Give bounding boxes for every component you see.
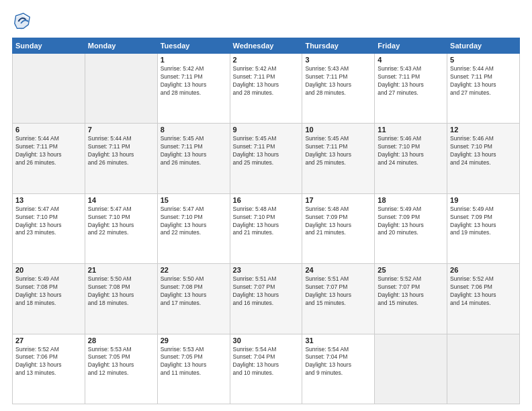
day-info: Sunrise: 5:44 AM Sunset: 7:11 PM Dayligh… [15, 135, 82, 167]
day-number: 1 [161, 56, 227, 64]
day-cell: 1Sunrise: 5:42 AM Sunset: 7:11 PM Daylig… [157, 54, 230, 124]
day-number: 25 [378, 266, 444, 274]
day-info: Sunrise: 5:47 AM Sunset: 7:10 PM Dayligh… [15, 205, 82, 238]
day-number: 6 [15, 126, 82, 134]
week-row-5: 27Sunrise: 5:52 AM Sunset: 7:06 PM Dayli… [13, 334, 520, 404]
day-cell: 13Sunrise: 5:47 AM Sunset: 7:10 PM Dayli… [13, 193, 85, 263]
day-cell: 3Sunrise: 5:43 AM Sunset: 7:11 PM Daylig… [302, 54, 375, 124]
day-number: 14 [88, 196, 154, 204]
day-number: 16 [233, 196, 300, 204]
day-cell: 2Sunrise: 5:42 AM Sunset: 7:11 PM Daylig… [230, 54, 302, 124]
day-number: 2 [233, 56, 300, 64]
calendar-body: 1Sunrise: 5:42 AM Sunset: 7:11 PM Daylig… [13, 54, 520, 404]
day-info: Sunrise: 5:47 AM Sunset: 7:10 PM Dayligh… [161, 205, 227, 238]
day-cell: 14Sunrise: 5:47 AM Sunset: 7:10 PM Dayli… [85, 193, 157, 263]
day-cell: 18Sunrise: 5:49 AM Sunset: 7:09 PM Dayli… [375, 193, 447, 263]
day-number: 4 [378, 56, 444, 64]
day-cell: 23Sunrise: 5:51 AM Sunset: 7:07 PM Dayli… [230, 264, 302, 334]
day-info: Sunrise: 5:44 AM Sunset: 7:11 PM Dayligh… [88, 135, 154, 167]
weekday-header-wednesday: Wednesday [230, 38, 302, 54]
day-info: Sunrise: 5:49 AM Sunset: 7:08 PM Dayligh… [15, 275, 82, 308]
logo-icon [12, 12, 31, 31]
day-number: 11 [378, 126, 444, 134]
day-cell: 21Sunrise: 5:50 AM Sunset: 7:08 PM Dayli… [85, 264, 157, 334]
day-cell: 9Sunrise: 5:45 AM Sunset: 7:11 PM Daylig… [230, 124, 302, 193]
day-number: 26 [450, 266, 517, 274]
day-cell: 25Sunrise: 5:52 AM Sunset: 7:07 PM Dayli… [375, 264, 447, 334]
day-cell: 10Sunrise: 5:45 AM Sunset: 7:11 PM Dayli… [302, 124, 375, 193]
header [12, 12, 520, 31]
day-info: Sunrise: 5:42 AM Sunset: 7:11 PM Dayligh… [161, 65, 227, 97]
day-cell: 19Sunrise: 5:49 AM Sunset: 7:09 PM Dayli… [447, 193, 520, 263]
day-number: 24 [305, 266, 371, 274]
day-info: Sunrise: 5:48 AM Sunset: 7:10 PM Dayligh… [233, 205, 300, 238]
day-cell: 16Sunrise: 5:48 AM Sunset: 7:10 PM Dayli… [230, 193, 302, 263]
day-cell [85, 54, 157, 124]
week-row-3: 13Sunrise: 5:47 AM Sunset: 7:10 PM Dayli… [13, 193, 520, 263]
weekday-row: SundayMondayTuesdayWednesdayThursdayFrid… [13, 38, 520, 54]
day-info: Sunrise: 5:54 AM Sunset: 7:04 PM Dayligh… [305, 346, 371, 378]
day-info: Sunrise: 5:43 AM Sunset: 7:11 PM Dayligh… [378, 65, 444, 97]
day-number: 20 [15, 266, 82, 274]
day-number: 7 [88, 126, 154, 134]
calendar-table: SundayMondayTuesdayWednesdayThursdayFrid… [12, 38, 520, 404]
weekday-header-monday: Monday [85, 38, 157, 54]
day-info: Sunrise: 5:51 AM Sunset: 7:07 PM Dayligh… [233, 275, 300, 308]
day-cell [447, 334, 520, 404]
day-info: Sunrise: 5:46 AM Sunset: 7:10 PM Dayligh… [378, 135, 444, 167]
weekday-header-tuesday: Tuesday [157, 38, 230, 54]
day-number: 30 [233, 336, 300, 345]
day-info: Sunrise: 5:46 AM Sunset: 7:10 PM Dayligh… [450, 135, 517, 167]
day-info: Sunrise: 5:42 AM Sunset: 7:11 PM Dayligh… [233, 65, 300, 97]
day-cell: 4Sunrise: 5:43 AM Sunset: 7:11 PM Daylig… [375, 54, 447, 124]
day-cell: 31Sunrise: 5:54 AM Sunset: 7:04 PM Dayli… [302, 334, 375, 404]
day-info: Sunrise: 5:51 AM Sunset: 7:07 PM Dayligh… [305, 275, 371, 308]
day-number: 22 [161, 266, 227, 274]
day-info: Sunrise: 5:54 AM Sunset: 7:04 PM Dayligh… [233, 346, 300, 378]
day-number: 17 [305, 196, 371, 204]
day-number: 13 [15, 196, 82, 204]
day-info: Sunrise: 5:53 AM Sunset: 7:05 PM Dayligh… [161, 346, 227, 378]
day-info: Sunrise: 5:45 AM Sunset: 7:11 PM Dayligh… [161, 135, 227, 167]
day-number: 15 [161, 196, 227, 204]
day-number: 28 [88, 336, 154, 345]
day-cell: 12Sunrise: 5:46 AM Sunset: 7:10 PM Dayli… [447, 124, 520, 193]
page: SundayMondayTuesdayWednesdayThursdayFrid… [0, 0, 532, 411]
day-number: 10 [305, 126, 371, 134]
day-info: Sunrise: 5:52 AM Sunset: 7:06 PM Dayligh… [15, 346, 82, 378]
day-number: 12 [450, 126, 517, 134]
day-number: 27 [15, 336, 82, 345]
weekday-header-sunday: Sunday [13, 38, 85, 54]
day-cell: 17Sunrise: 5:48 AM Sunset: 7:09 PM Dayli… [302, 193, 375, 263]
day-info: Sunrise: 5:53 AM Sunset: 7:05 PM Dayligh… [88, 346, 154, 378]
day-number: 8 [161, 126, 227, 134]
calendar-header: SundayMondayTuesdayWednesdayThursdayFrid… [13, 38, 520, 54]
weekday-header-friday: Friday [375, 38, 447, 54]
day-number: 19 [450, 196, 517, 204]
week-row-4: 20Sunrise: 5:49 AM Sunset: 7:08 PM Dayli… [13, 264, 520, 334]
day-info: Sunrise: 5:50 AM Sunset: 7:08 PM Dayligh… [161, 275, 227, 308]
day-cell: 26Sunrise: 5:52 AM Sunset: 7:06 PM Dayli… [447, 264, 520, 334]
week-row-1: 1Sunrise: 5:42 AM Sunset: 7:11 PM Daylig… [13, 54, 520, 124]
day-info: Sunrise: 5:49 AM Sunset: 7:09 PM Dayligh… [450, 205, 517, 238]
day-cell [375, 334, 447, 404]
day-info: Sunrise: 5:45 AM Sunset: 7:11 PM Dayligh… [305, 135, 371, 167]
logo [12, 12, 34, 31]
day-cell: 15Sunrise: 5:47 AM Sunset: 7:10 PM Dayli… [157, 193, 230, 263]
day-info: Sunrise: 5:43 AM Sunset: 7:11 PM Dayligh… [305, 65, 371, 97]
day-cell: 11Sunrise: 5:46 AM Sunset: 7:10 PM Dayli… [375, 124, 447, 193]
day-info: Sunrise: 5:52 AM Sunset: 7:07 PM Dayligh… [378, 275, 444, 308]
day-cell: 5Sunrise: 5:44 AM Sunset: 7:11 PM Daylig… [447, 54, 520, 124]
day-cell: 24Sunrise: 5:51 AM Sunset: 7:07 PM Dayli… [302, 264, 375, 334]
day-cell: 27Sunrise: 5:52 AM Sunset: 7:06 PM Dayli… [13, 334, 85, 404]
day-number: 5 [450, 56, 517, 64]
day-cell: 28Sunrise: 5:53 AM Sunset: 7:05 PM Dayli… [85, 334, 157, 404]
day-info: Sunrise: 5:45 AM Sunset: 7:11 PM Dayligh… [233, 135, 300, 167]
day-number: 18 [378, 196, 444, 204]
day-cell [13, 54, 85, 124]
day-number: 3 [305, 56, 371, 64]
day-number: 29 [161, 336, 227, 345]
day-number: 23 [233, 266, 300, 274]
day-info: Sunrise: 5:47 AM Sunset: 7:10 PM Dayligh… [88, 205, 154, 238]
day-info: Sunrise: 5:52 AM Sunset: 7:06 PM Dayligh… [450, 275, 517, 308]
